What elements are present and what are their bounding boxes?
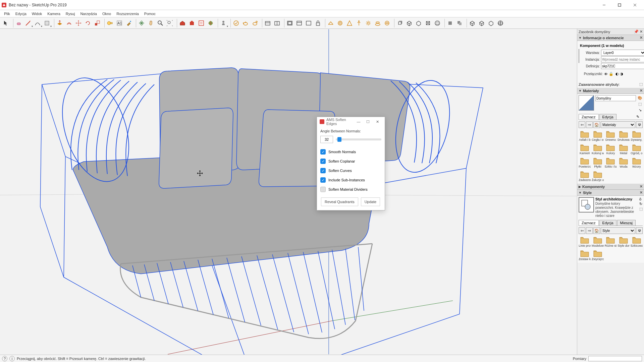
material-folder[interactable]: Drewno [604,129,617,142]
material-folder[interactable]: Kolory [604,143,617,156]
material-folder[interactable]: Zadaszer [579,170,591,182]
warehouse-tool[interactable] [178,19,187,27]
iso1-tool[interactable] [468,19,477,27]
minimize-button[interactable] [596,0,612,10]
solid3-tool[interactable] [414,19,423,27]
measurements-input[interactable] [588,356,642,361]
scene2-tool[interactable] [273,19,281,27]
orbit-tool[interactable] [137,19,146,27]
menu-rozszerzenia[interactable]: Rozszerzenia [114,11,142,16]
materials-fwd-button[interactable]: ⇨ [586,121,593,128]
dialog-titlebar[interactable]: AMS Soften Edges — ☐ ✕ [317,117,385,126]
toggle-shadow2-icon[interactable]: ◑ [620,72,623,76]
material-folder[interactable]: Drukowa [618,129,630,142]
materials-header[interactable]: ▼Materiały✕ [577,88,644,94]
tape-tool[interactable] [106,19,114,27]
check-row[interactable]: ✓Smooth Normals [320,147,381,157]
close-button[interactable] [627,0,643,10]
menu-edycja[interactable]: Edycja [13,11,29,16]
tray-header[interactable]: Zasobnik domyślny 📌 ✕ [577,29,644,35]
help-icon[interactable]: ? [2,356,7,361]
styles-home-button[interactable]: 🏠 [593,227,600,234]
sandbox5-tool[interactable] [364,19,373,27]
material-folder[interactable]: Kamień [579,143,591,156]
toggle-shadow-icon[interactable]: ◐ [615,72,619,76]
shapes-tool[interactable] [43,19,51,27]
style-folder[interactable]: Zwycięzc [592,249,604,261]
material-create-icon[interactable]: ⬚ [637,101,643,107]
iso3-tool[interactable] [487,19,495,27]
styles-tab-mix[interactable]: Mieszaj [617,220,636,226]
eraser-tool[interactable] [14,19,23,27]
styles-library-select[interactable]: Style [601,227,635,234]
arc-tool[interactable] [33,19,42,27]
sandbox2-tool[interactable] [336,19,344,27]
materials-eyedropper-icon[interactable]: ✎ [634,114,642,120]
iso4-tool[interactable] [496,19,505,27]
zoom-tool[interactable] [156,19,165,27]
materials-tab-select[interactable]: Zaznacz [579,114,599,120]
window3-tool[interactable] [304,19,313,27]
angle-input[interactable] [320,136,333,143]
select-tool[interactable] [2,19,10,27]
check-row[interactable]: ✓Soften Material Dividers [320,185,381,194]
toggle-lock-icon[interactable]: 🔒 [609,72,613,76]
material-folder[interactable]: Płytki [592,156,604,169]
material-name-input[interactable] [595,95,636,101]
lock-tool[interactable] [314,19,322,27]
solid1-tool[interactable] [395,19,404,27]
update-button[interactable]: Update [361,197,380,206]
reveal-quadrants-button[interactable]: Reveal Quadrants [321,197,358,206]
menu-narzedzia[interactable]: Narzędzia [77,11,100,16]
menu-plik[interactable]: Plik [1,11,13,16]
view2-tool[interactable] [455,19,464,27]
sandbox3-tool[interactable] [345,19,354,27]
window1-tool[interactable] [285,19,294,27]
advanced-expand-icon[interactable]: ⬚ [639,82,643,86]
style-folder[interactable]: Modelow [592,235,604,248]
material-folder[interactable]: Wzory [630,156,643,169]
material-folder[interactable]: Szkło i lu [604,156,617,169]
menu-okno[interactable]: Okno [100,11,114,16]
style-update-icon[interactable]: ŏ [639,197,643,201]
materials-back-button[interactable]: ⇦ [579,121,585,128]
dialog-close-button[interactable]: ✕ [373,118,382,125]
zoom-extents-tool[interactable] [165,19,174,27]
material-folder[interactable]: Dywany, [630,129,643,142]
tray-close-icon[interactable]: ✕ [640,29,643,34]
style-folder[interactable]: Szkicowa [630,235,643,248]
offset-tool[interactable] [65,19,73,27]
materials-library-select[interactable]: Materiały [601,121,635,128]
styles-back-button[interactable]: ⇦ [579,227,585,234]
toggle-visible-icon[interactable]: 👁 [604,72,608,76]
extension-tool[interactable] [187,19,196,27]
iso2-tool[interactable] [477,19,486,27]
checkbox[interactable]: ✓ [320,168,326,173]
teapot2-tool[interactable] [251,19,259,27]
dialog-maximize-button[interactable]: ☐ [363,118,373,125]
menu-kamera[interactable]: Kamera [45,11,63,16]
layer-select[interactable]: Layer0 [601,50,644,56]
sandbox6-tool[interactable] [373,19,382,27]
checkbox[interactable]: ✓ [320,177,326,183]
checkbox[interactable]: ✓ [320,187,326,192]
style-refresh-icon[interactable]: ↻ [639,202,643,206]
circle-check-tool[interactable] [232,19,240,27]
style-new-icon[interactable]: ⬚ [639,207,643,211]
tray-pin-icon[interactable]: 📌 [634,29,639,34]
viewport[interactable]: AMS Soften Edges — ☐ ✕ Angle Between Nor… [0,29,577,355]
text-tool[interactable]: A1 [115,19,124,27]
styles-menu-button[interactable]: ⟱ [636,227,643,234]
style-folder[interactable]: Style dor [618,235,630,248]
material-folder[interactable]: Powierzc [579,156,591,169]
styles-tab-edit[interactable]: Edycja [599,220,616,226]
layout-tool[interactable] [197,19,206,27]
material-folder[interactable]: Woda [618,156,630,169]
location-tool[interactable] [206,19,215,27]
sandbox1-tool[interactable] [326,19,335,27]
entity-info-header[interactable]: ▼Informacje o elemencie✕ [577,35,644,41]
view1-tool[interactable] [446,19,454,27]
styles-tab-select[interactable]: Zaznacz [579,220,599,226]
material-folder[interactable]: Cegła i e [592,129,604,142]
check-row[interactable]: ✓Soften Curves [320,166,381,175]
